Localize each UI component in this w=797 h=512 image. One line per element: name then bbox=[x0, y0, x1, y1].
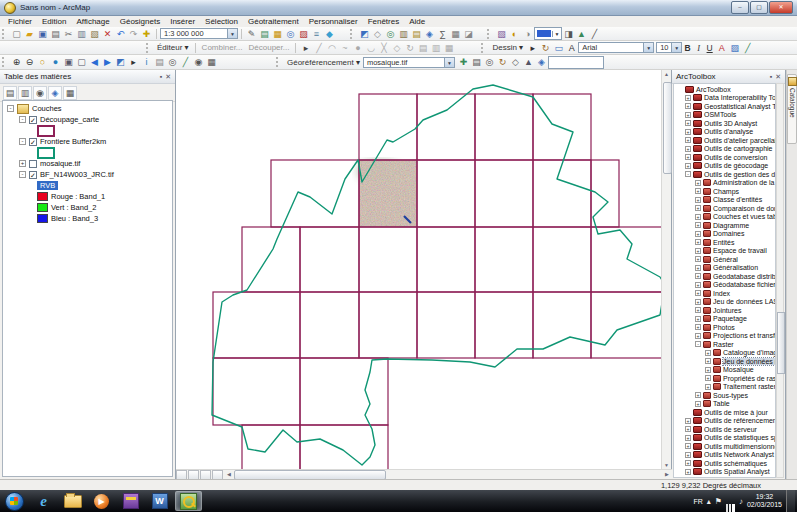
straight-segment-icon[interactable]: ╱ bbox=[312, 42, 325, 54]
transformation-icon[interactable]: ◈ bbox=[535, 56, 548, 68]
expand-toggle[interactable]: + bbox=[685, 129, 691, 135]
layer-visibility-checkbox[interactable]: ✓ bbox=[29, 116, 37, 124]
statistics-icon[interactable]: ∑ bbox=[436, 28, 449, 40]
toolbox-tree-item[interactable]: + PC200 saisie bbox=[674, 476, 775, 478]
view-link-table-icon[interactable]: ▤ bbox=[470, 56, 483, 68]
map-scale-combo[interactable]: 1:3 000 000 ▼ bbox=[160, 28, 238, 39]
expand-toggle[interactable]: + bbox=[685, 443, 691, 449]
expand-toggle[interactable]: - bbox=[19, 138, 26, 145]
brightness-icon[interactable]: ◐ bbox=[508, 28, 521, 40]
arcmap-taskbar-button[interactable] bbox=[175, 491, 202, 511]
toolbar-grip[interactable] bbox=[487, 29, 492, 39]
fill-color-icon[interactable]: ▨ bbox=[728, 42, 741, 54]
toolbox-tree-item[interactable]: + Outils multidimensionnels bbox=[674, 442, 775, 451]
toolbox-tree-item[interactable]: + Outils schématiques bbox=[674, 459, 775, 468]
expand-toggle[interactable]: + bbox=[685, 435, 691, 441]
expand-toggle[interactable]: + bbox=[695, 265, 701, 271]
toolbox-tree-item[interactable]: + Data Interoperability Tools bbox=[674, 94, 775, 103]
expand-toggle[interactable]: + bbox=[685, 146, 691, 152]
start-button[interactable] bbox=[1, 491, 28, 511]
expand-toggle[interactable]: + bbox=[685, 154, 691, 160]
toolbox-scrollbar[interactable] bbox=[776, 83, 784, 478]
toolbox-tree-item[interactable]: + Outils de référencement linéaire bbox=[674, 417, 775, 426]
close-icon[interactable]: ✕ bbox=[775, 73, 781, 81]
expand-toggle[interactable]: + bbox=[19, 160, 26, 167]
list-by-drawing-order-icon[interactable]: ▤ bbox=[3, 86, 17, 100]
rotate-raster-icon[interactable]: ↻ bbox=[496, 56, 509, 68]
expand-toggle[interactable]: - bbox=[695, 341, 701, 347]
menu-item[interactable]: Personnaliser bbox=[304, 16, 363, 27]
toc-layer-frontiere[interactable]: - ✓ Frontiere Buffer2km bbox=[3, 136, 172, 147]
reshape-tool-icon[interactable]: ◡ bbox=[364, 42, 377, 54]
cut-icon[interactable]: ✂ bbox=[62, 28, 75, 40]
expand-toggle[interactable]: + bbox=[695, 180, 701, 186]
combine-button[interactable]: Combiner... bbox=[199, 43, 246, 52]
toolbox-tree-item[interactable]: - Raster bbox=[674, 340, 775, 349]
find-icon[interactable]: ◎ bbox=[166, 56, 179, 68]
toolbox-scroll-thumb[interactable] bbox=[777, 312, 785, 374]
toc-layer-bf-tile[interactable]: - ✓ BF_N14W003_JRC.tif bbox=[3, 169, 172, 180]
map-svg[interactable] bbox=[176, 70, 662, 469]
undo-icon[interactable]: ↶ bbox=[114, 28, 127, 40]
add-control-points-icon[interactable]: ✚ bbox=[457, 56, 470, 68]
toolbar-grip[interactable] bbox=[2, 29, 7, 39]
toolbox-tree-item[interactable]: + Général bbox=[674, 255, 775, 264]
volume-icon[interactable]: ♪ bbox=[739, 497, 743, 506]
layer-visibility-checkbox[interactable]: ✓ bbox=[29, 171, 37, 179]
vertical-scroll-thumb[interactable] bbox=[663, 82, 672, 174]
menu-item[interactable]: Edition bbox=[37, 16, 71, 27]
media-player-button[interactable]: ▶ bbox=[88, 491, 115, 511]
scroll-down-icon[interactable]: ▼ bbox=[662, 462, 671, 468]
toolbox-tree-item[interactable]: + Outils de conversion bbox=[674, 153, 775, 162]
toolbox-tree-item[interactable]: + Administration de la géodatabase bbox=[674, 179, 775, 188]
toolbox-tree-item[interactable]: + Outils Network Analyst bbox=[674, 451, 775, 460]
toc-layer-mosaique[interactable]: + mosaique.tif bbox=[3, 158, 172, 169]
zoom-to-raster-icon[interactable]: ◎ bbox=[483, 56, 496, 68]
search-toggle-icon[interactable]: ◎ bbox=[284, 28, 297, 40]
georeferencing-layer-combo[interactable]: mosaique.tif ▼ bbox=[363, 57, 455, 68]
toolbox-tree-item[interactable]: + Diagramme bbox=[674, 221, 775, 230]
overlay-icon[interactable]: ◪ bbox=[462, 28, 475, 40]
expand-toggle[interactable]: + bbox=[685, 95, 691, 101]
toolbar-grip[interactable] bbox=[481, 43, 486, 53]
show-hidden-icons[interactable]: ▴ bbox=[707, 497, 711, 506]
forward-extent-icon[interactable]: ▶ bbox=[101, 56, 114, 68]
point-tool-icon[interactable]: ● bbox=[351, 42, 364, 54]
fixed-zoom-out-icon[interactable]: ▢ bbox=[75, 56, 88, 68]
chevron-down-icon[interactable]: ▼ bbox=[671, 43, 681, 52]
expand-toggle[interactable]: + bbox=[685, 452, 691, 458]
toolbox-tree-item[interactable]: + Traitement raster bbox=[674, 383, 775, 392]
toolbar-grip[interactable] bbox=[146, 43, 151, 53]
expand-toggle[interactable]: - bbox=[7, 105, 14, 112]
expand-toggle[interactable]: - bbox=[19, 116, 26, 123]
expand-toggle[interactable]: + bbox=[685, 469, 691, 475]
vertical-scrollbar[interactable]: ▲ ▼ bbox=[661, 70, 671, 469]
toc-root-couches[interactable]: - Couches bbox=[3, 103, 172, 114]
toolbox-tree-item[interactable]: + Projections et transformations bbox=[674, 332, 775, 341]
expand-toggle[interactable]: + bbox=[705, 367, 711, 373]
rotate-tool-icon[interactable]: ↻ bbox=[403, 42, 416, 54]
toolbox-tree-item[interactable]: + Outils de statistiques spatiales bbox=[674, 434, 775, 443]
text-tool-icon[interactable]: A bbox=[565, 42, 578, 54]
expand-toggle[interactable]: + bbox=[695, 333, 701, 339]
fixed-zoom-in-icon[interactable]: ▣ bbox=[62, 56, 75, 68]
field-calculator-icon[interactable]: ▦ bbox=[449, 28, 462, 40]
contrast-icon[interactable]: ◑ bbox=[521, 28, 534, 40]
horizontal-scrollbar[interactable]: ◀ ▶ bbox=[176, 469, 672, 479]
georeferencing-menu-button[interactable]: Géoréférencement ▾ bbox=[284, 58, 363, 67]
select-elements-icon[interactable]: ▸ bbox=[526, 42, 539, 54]
expand-toggle[interactable]: + bbox=[695, 239, 701, 245]
toolbox-tree-item[interactable]: + Entités bbox=[674, 238, 775, 247]
expand-toggle[interactable]: + bbox=[695, 290, 701, 296]
expand-toggle[interactable]: + bbox=[685, 163, 691, 169]
expand-toggle[interactable]: + bbox=[695, 316, 701, 322]
expand-toggle[interactable]: + bbox=[695, 324, 701, 330]
expand-toggle[interactable]: + bbox=[685, 103, 691, 109]
expand-toggle[interactable]: + bbox=[695, 392, 701, 398]
font-color-icon[interactable]: A bbox=[715, 42, 728, 54]
chevron-down-icon[interactable]: ▼ bbox=[643, 43, 653, 52]
toolbox-tree-item[interactable]: + Propriétés de raster bbox=[674, 374, 775, 383]
chevron-down-icon[interactable]: ▼ bbox=[552, 31, 561, 37]
scroll-up-icon[interactable]: ▲ bbox=[662, 71, 671, 77]
toolbar-grip[interactable] bbox=[350, 29, 355, 39]
